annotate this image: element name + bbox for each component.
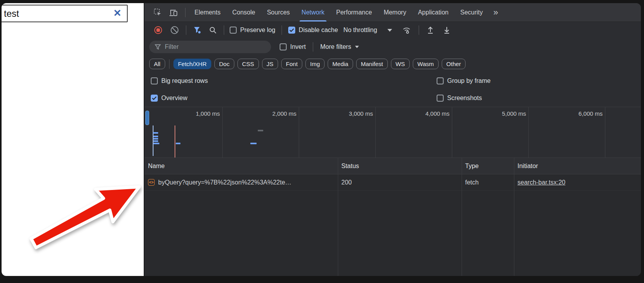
chip-doc[interactable]: Doc [214,59,234,69]
timeline-tick-label: 1,000 ms [161,110,220,117]
preserve-log-label: Preserve log [240,27,275,34]
checkbox-unchecked-icon [437,77,444,84]
timeline-tick-label: 5,000 ms [467,110,526,117]
timeline-gridline [222,107,223,158]
tab-performance[interactable]: Performance [330,3,378,21]
request-type-filter-row: All Fetch/XHR Doc CSS JS Font Img Media … [144,56,641,72]
tab-network[interactable]: Network [296,3,330,21]
tabbar-divider [185,8,186,17]
column-divider[interactable] [462,158,462,276]
filter-row: Invert More filters [144,38,641,56]
toolbar-divider [419,25,419,35]
timeline-tick-label: 4,000 ms [391,110,450,117]
more-filters-button[interactable]: More filters [320,43,359,50]
throttling-select[interactable]: No throttling [343,27,392,34]
column-header-type[interactable]: Type [462,163,514,170]
chip-manifest[interactable]: Manifest [356,59,388,69]
filter-toggle-icon[interactable] [189,26,205,34]
timeline-gridline [375,107,376,158]
timeline-bar [153,143,159,144]
tab-application[interactable]: Application [412,3,454,21]
request-type: fetch [462,179,514,186]
options-row-2: Overview Screenshots [144,90,641,107]
tab-security[interactable]: Security [454,3,489,21]
invert-checkbox[interactable]: Invert [280,43,306,50]
timeline-bar [153,138,158,140]
screenshots-checkbox[interactable]: Screenshots [437,95,482,102]
filter-input-pill[interactable] [149,41,271,53]
column-header-status[interactable]: Status [338,163,462,170]
browser-window: ✕ [2,3,641,276]
search-icon[interactable] [205,26,221,34]
throttling-value: No throttling [343,27,377,34]
device-toolbar-icon[interactable] [166,3,182,21]
tab-elements[interactable]: Elements [189,3,227,21]
toolbar-divider [282,25,282,35]
group-by-frame-label: Group by frame [447,77,491,84]
request-name[interactable]: byQuery?query=%7B%22json%22%3A%22te… [158,179,291,186]
network-overview-timeline[interactable]: 1,000 ms 2,000 ms 3,000 ms 4,000 ms 5,00… [144,107,641,158]
checkbox-checked-icon [288,27,295,34]
big-request-rows-checkbox[interactable]: Big request rows [151,77,208,84]
timeline-gridline [452,107,452,158]
more-tabs-icon[interactable]: » [489,3,503,21]
chip-img[interactable]: Img [305,59,325,69]
export-har-icon[interactable] [439,26,455,34]
chip-fetch-xhr[interactable]: Fetch/XHR [173,59,211,69]
invert-label: Invert [290,43,306,50]
disable-cache-checkbox[interactable]: Disable cache [288,27,338,34]
page-search-box[interactable]: ✕ [2,5,128,22]
filter-funnel-icon [155,44,161,50]
column-header-name[interactable]: Name [144,163,338,170]
chip-css[interactable]: CSS [237,59,259,69]
table-row[interactable]: <> byQuery?query=%7B%22json%22%3A%22te… … [144,174,641,191]
chip-other[interactable]: Other [442,59,466,69]
network-conditions-icon[interactable] [398,26,416,34]
requests-table: Name Status Type Initiator <> byQuery?qu… [144,158,641,276]
request-initiator-link[interactable]: search-bar.tsx:20 [517,179,566,186]
chip-font[interactable]: Font [281,59,302,69]
record-network-log-icon[interactable] [150,26,166,34]
group-by-frame-checkbox[interactable]: Group by frame [437,77,491,84]
overview-checkbox[interactable]: Overview [151,95,187,102]
caret-down-icon [355,46,359,48]
timeline-window-grip[interactable] [145,111,149,125]
chip-all[interactable]: All [149,59,165,69]
filter-input[interactable] [165,43,266,50]
caret-down-icon [387,29,392,32]
chip-js[interactable]: JS [262,59,278,69]
timeline-bar [250,143,257,144]
checkbox-unchecked-icon [230,27,237,34]
column-divider[interactable] [338,158,338,276]
timeline-tick-label: 3,000 ms [314,110,373,117]
clear-network-log-icon[interactable] [166,26,183,34]
chip-media[interactable]: Media [328,59,353,69]
checkbox-unchecked-icon [437,95,444,102]
web-page: ✕ [2,3,144,276]
column-header-initiator[interactable]: Initiator [514,163,641,170]
import-har-icon[interactable] [422,26,439,34]
options-row-1: Big request rows Group by frame [144,72,641,90]
inspect-element-icon[interactable] [150,3,166,21]
timeline-tick-label: 2,000 ms [238,110,296,117]
timeline-gridline [605,107,605,158]
preserve-log-checkbox[interactable]: Preserve log [230,27,275,34]
toolbar-divider [186,25,186,35]
column-divider[interactable] [514,158,514,276]
tab-console[interactable]: Console [227,3,261,21]
timeline-bar [153,132,158,134]
big-request-rows-label: Big request rows [161,77,208,84]
chip-wasm[interactable]: Wasm [413,59,439,69]
load-event-line [175,125,175,158]
clear-search-icon[interactable]: ✕ [111,8,127,19]
checkbox-unchecked-icon [280,43,287,50]
overview-label: Overview [161,95,187,102]
timeline-bar [153,136,158,137]
chip-divider [169,59,169,69]
tab-memory[interactable]: Memory [378,3,412,21]
chip-ws[interactable]: WS [391,59,410,69]
network-toolbar: Preserve log Disable cache No throttling [144,22,641,38]
tab-sources[interactable]: Sources [261,3,296,21]
checkbox-unchecked-icon [151,77,158,84]
search-input[interactable] [2,8,111,19]
